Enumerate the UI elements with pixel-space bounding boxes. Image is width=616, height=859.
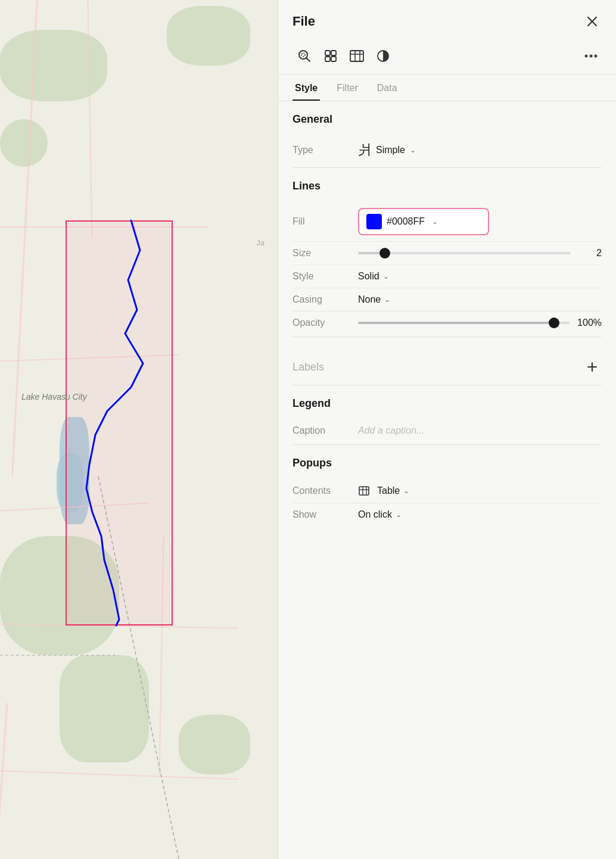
opacity-label: Opacity [293, 318, 358, 328]
contents-value: Table ⌄ [358, 485, 602, 497]
legend-title: Legend [293, 397, 602, 410]
type-dropdown[interactable]: 爿 Simple ⌄ [358, 141, 416, 159]
contrast-icon[interactable] [371, 45, 395, 67]
type-value-text: Simple [376, 145, 405, 155]
labels-title: Labels [293, 361, 583, 374]
style-chevron-icon: ⌄ [383, 272, 389, 281]
show-row: Show On click ⌄ [293, 503, 602, 526]
size-row: Size 2 [293, 242, 602, 265]
tab-filter[interactable]: Filter [334, 77, 360, 101]
svg-rect-11 [350, 51, 363, 61]
show-value: On click ⌄ [358, 509, 602, 520]
show-value-text: On click [358, 509, 392, 520]
type-value: 爿 Simple ⌄ [358, 141, 602, 159]
fill-chevron-icon: ⌄ [432, 217, 438, 226]
svg-point-18 [595, 55, 598, 58]
opacity-value: 100% [358, 318, 602, 328]
casing-chevron-icon: ⌄ [384, 295, 390, 304]
caption-value: Add a caption... [358, 425, 602, 436]
fill-label: Fill [293, 216, 358, 227]
opacity-track [358, 322, 570, 324]
size-value: 2 [358, 248, 602, 259]
labels-row: Labels [293, 349, 602, 385]
fill-row: Fill #0008FF ⌄ [293, 202, 602, 242]
svg-point-6 [301, 53, 305, 57]
search-layers-icon[interactable] [293, 45, 316, 67]
size-track [358, 252, 571, 254]
contents-label: Contents [293, 485, 358, 496]
size-number: 2 [578, 248, 602, 259]
grid-icon[interactable] [319, 45, 343, 67]
more-options-button[interactable] [580, 45, 602, 67]
tabs: Style Filter Data [278, 77, 616, 101]
style-label: Style [293, 271, 358, 282]
contents-row: Contents Table ⌄ [293, 479, 602, 503]
general-title: General [293, 113, 602, 126]
type-row: Type 爿 Simple ⌄ [293, 135, 602, 165]
opacity-thumb [549, 318, 559, 328]
svg-rect-21 [359, 487, 369, 495]
fill-value: #0008FF ⌄ [358, 208, 602, 235]
svg-line-5 [307, 58, 310, 62]
caption-row: Caption Add a caption... [293, 419, 602, 442]
type-symbol-icon: 爿 [358, 141, 371, 159]
svg-rect-7 [325, 51, 330, 55]
general-section: General Type 爿 Simple ⌄ [278, 101, 616, 165]
panel: File [278, 0, 616, 859]
show-label: Show [293, 509, 358, 520]
lines-section: Lines Fill #0008FF ⌄ Size [278, 168, 616, 334]
svg-point-16 [585, 55, 588, 58]
city-label: Lake Havasu City [21, 392, 87, 402]
caption-label: Caption [293, 425, 358, 436]
caption-placeholder[interactable]: Add a caption... [358, 425, 424, 436]
labels-section: Labels [278, 337, 616, 385]
casing-value-text: None [358, 294, 381, 305]
show-dropdown[interactable]: On click ⌄ [358, 509, 402, 520]
svg-rect-9 [325, 57, 330, 61]
size-slider[interactable]: 2 [358, 248, 602, 259]
svg-rect-10 [331, 57, 336, 61]
size-label: Size [293, 248, 358, 259]
contents-value-text: Table [377, 485, 400, 496]
opacity-number: 100% [577, 318, 602, 328]
svg-point-17 [590, 55, 593, 58]
size-fill [358, 252, 379, 254]
type-label: Type [293, 145, 358, 155]
fill-color-picker[interactable]: #0008FF ⌄ [358, 208, 489, 235]
add-label-button[interactable] [583, 357, 602, 376]
contents-table-icon [358, 485, 370, 497]
toolbar [278, 41, 616, 74]
contents-chevron-icon: ⌄ [403, 487, 409, 495]
type-chevron-icon: ⌄ [410, 146, 416, 154]
contents-dropdown[interactable]: Table ⌄ [358, 485, 409, 497]
tab-style[interactable]: Style [293, 77, 320, 101]
color-hex-value: #0008FF [387, 216, 425, 227]
size-thumb [379, 248, 390, 259]
panel-header: File [278, 0, 616, 41]
style-value: Solid ⌄ [358, 271, 602, 282]
lines-title: Lines [293, 180, 602, 192]
selection-rect [66, 220, 173, 625]
casing-value: None ⌄ [358, 294, 602, 305]
popups-section: Popups Contents Table ⌄ [278, 445, 616, 526]
style-row: Style Solid ⌄ [293, 265, 602, 288]
close-button[interactable] [583, 12, 602, 31]
color-swatch [366, 214, 382, 229]
tab-data[interactable]: Data [375, 77, 400, 101]
style-dropdown[interactable]: Solid ⌄ [358, 271, 389, 282]
legend-section: Legend Caption Add a caption... [278, 385, 616, 442]
map-watermark: Ja [256, 238, 265, 247]
panel-title: File [293, 14, 315, 29]
table-icon[interactable] [345, 45, 369, 67]
svg-rect-8 [331, 51, 336, 55]
opacity-fill [358, 322, 559, 324]
opacity-row: Opacity 100% [293, 312, 602, 334]
casing-row: Casing None ⌄ [293, 288, 602, 312]
style-value-text: Solid [358, 271, 379, 282]
casing-label: Casing [293, 294, 358, 305]
popups-title: Popups [293, 457, 602, 469]
opacity-slider[interactable]: 100% [358, 318, 602, 328]
show-chevron-icon: ⌄ [396, 511, 402, 519]
casing-dropdown[interactable]: None ⌄ [358, 294, 390, 305]
